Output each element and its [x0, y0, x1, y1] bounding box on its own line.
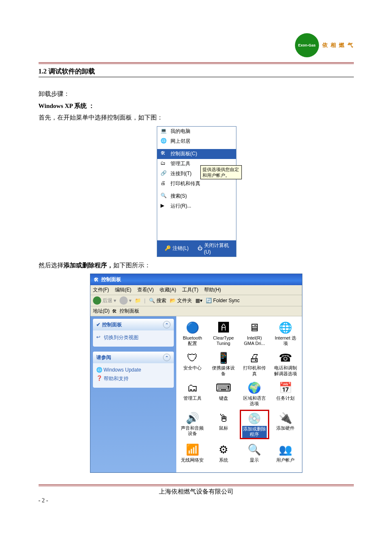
cp-icon-item[interactable]: 🌍区域和语言 选项	[240, 380, 269, 407]
search-button[interactable]: 🔍 搜索	[149, 297, 166, 304]
start-item-label: 运行(R)...	[170, 203, 192, 210]
start-item-run[interactable]: ▶ 运行(R)...	[157, 201, 236, 211]
help-icon: ❓	[96, 375, 102, 381]
app-icon: 👥	[278, 443, 293, 457]
cp-icon-item[interactable]: 🅰ClearType Tuning	[209, 320, 238, 347]
sidebar-link-switch-view[interactable]: ↩ 切换到分类视图	[96, 333, 170, 342]
cp-icon-item[interactable]: 📶无线网络安	[178, 442, 207, 464]
app-icon: 📶	[185, 443, 200, 457]
text-instruction-2-post: 如下图所示：	[113, 262, 151, 269]
cp-icon-item[interactable]: ⌨键盘	[209, 380, 238, 407]
start-item-control-panel[interactable]: 🛠 控制面板(C)	[157, 149, 236, 159]
cp-icon-item[interactable]: 🔌添加硬件	[271, 410, 300, 439]
app-icon-label: 打印机和传 真	[243, 365, 266, 376]
app-icon-label: 电话和调制 解调器选项	[274, 365, 297, 376]
app-icon-label: 用户帐户	[276, 457, 295, 463]
app-icon-label: 显示	[250, 457, 259, 463]
printer-icon: 🖨	[161, 180, 168, 188]
app-icon: 📅	[278, 381, 293, 396]
shutdown-icon: ⏻	[197, 245, 202, 251]
address-bar: 地址(D) 🛠 控制面板	[90, 306, 302, 316]
app-icon: 🔊	[185, 411, 200, 425]
foldersync-button[interactable]: 🔄 Folder Sync	[206, 298, 240, 303]
cp-icon-item[interactable]: 💿添加或删除 程序	[240, 410, 269, 439]
start-item-network[interactable]: 🌐 网上邻居	[157, 137, 236, 147]
cp-icon-item[interactable]: 📱便携媒体设 备	[209, 350, 238, 377]
cp-icon-item[interactable]: 🗂管理工具	[178, 380, 207, 407]
app-icon: 🗂	[185, 381, 200, 396]
back-icon	[93, 296, 101, 305]
sidebar-link-windows-update[interactable]: 🌐 Windows Update	[96, 366, 170, 374]
cp-icon-item[interactable]: 🔊声音和音频 设备	[178, 410, 207, 439]
menu-favorites[interactable]: 收藏(A)	[160, 286, 176, 293]
network-icon: 🌐	[161, 138, 168, 145]
cp-icon-item[interactable]: 🖥Intel(R) GMA Dri...	[240, 320, 269, 347]
menu-help[interactable]: 帮助(H)	[204, 286, 221, 293]
app-icon: 🖱	[216, 411, 231, 425]
window-title: 控制面板	[101, 276, 121, 283]
logo-circle-text: Exon-Gas	[298, 43, 316, 47]
cp-icon-item[interactable]: 📅任务计划	[271, 380, 300, 407]
app-icon: ☎	[278, 350, 293, 365]
app-icon: 🌐	[278, 320, 293, 335]
footer-rule	[39, 484, 354, 486]
text-instruction-1: 首先，在开始菜单中选择控制面板，如下图：	[39, 112, 354, 124]
app-icon-label: 鼠标	[219, 425, 228, 431]
menu-view[interactable]: 查看(V)	[137, 286, 154, 293]
sidebar-cp-icon: ✔	[96, 322, 100, 328]
cp-icon-item[interactable]: 🖱鼠标	[209, 410, 238, 439]
sidebar-panel-title: 控制面板	[102, 321, 122, 328]
app-icon-label: 区域和语言 选项	[243, 396, 266, 406]
cp-icon-item[interactable]: 🛡安全中心	[178, 350, 207, 377]
app-icon: ⌨	[216, 381, 231, 396]
collapse-icon[interactable]: ⌃	[163, 354, 170, 361]
start-item-my-computer[interactable]: 💻 我的电脑	[157, 127, 236, 137]
sidebar-link-help[interactable]: ❓ 帮助和支持	[96, 374, 170, 384]
windows-update-icon: 🌐	[96, 367, 102, 373]
start-item-search[interactable]: 🔍 搜索(S)	[157, 191, 236, 201]
toolbar: 后退 ▾ ▾ 📁 | 🔍 搜索 📂 文件夹 ▦▾ 🔄 Folder Sync	[90, 295, 302, 306]
forward-button[interactable]: ▾	[119, 296, 131, 305]
app-icon-label: ClearType Tuning	[213, 335, 234, 346]
menu-edit[interactable]: 编辑(E)	[115, 286, 131, 293]
start-item-label: 打印机和传真	[170, 180, 200, 187]
menu-file[interactable]: 文件(F)	[93, 286, 109, 293]
app-icon: 🔵	[185, 320, 200, 335]
app-icon: 🌍	[247, 381, 262, 396]
header-rule	[39, 62, 354, 64]
menu-tools[interactable]: 工具(T)	[182, 286, 198, 293]
views-button[interactable]: ▦▾	[195, 298, 202, 303]
logoff-button[interactable]: 🔑 注销(L)	[157, 240, 197, 257]
logoff-icon: 🔑	[165, 245, 171, 251]
cp-icon-item[interactable]: 👥用户帐户	[271, 442, 300, 464]
collapse-icon[interactable]: ⌃	[163, 321, 170, 328]
cp-icon-item[interactable]: 🔍显示	[240, 442, 269, 464]
cp-icon-item[interactable]: 🔵Bluetooth 配置	[178, 320, 207, 347]
text-instruction-2-bold: 添加或删除程序，	[63, 262, 113, 269]
back-button[interactable]: 后退 ▾	[93, 296, 116, 305]
app-icon: ⚙	[216, 443, 231, 457]
section-underline	[39, 77, 354, 77]
cp-icon-item[interactable]: ⚙系统	[209, 442, 238, 464]
app-icon-label: 无线网络安	[181, 457, 204, 463]
folders-button[interactable]: 📂 文件夹	[170, 297, 192, 304]
app-icon: 📱	[216, 350, 231, 365]
control-panel-icon-area: 🔵Bluetooth 配置🅰ClearType Tuning🖥Intel(R) …	[176, 316, 302, 472]
cp-icon-item[interactable]: 🌐Internet 选 项	[271, 320, 300, 347]
window-titlebar: 🛠 控制面板	[90, 274, 302, 285]
control-panel-window: 🛠 控制面板 文件(F) 编辑(E) 查看(V) 收藏(A) 工具(T) 帮助(…	[90, 274, 302, 473]
start-item-label: 网上邻居	[170, 138, 190, 145]
app-icon-label: 任务计划	[276, 396, 295, 401]
text-winxp-heading: Windows XP 系统 ：	[39, 100, 354, 112]
app-icon-label: 声音和音频 设备	[181, 425, 204, 436]
cp-icon-item[interactable]: ☎电话和调制 解调器选项	[271, 350, 300, 377]
menu-bar: 文件(F) 编辑(E) 查看(V) 收藏(A) 工具(T) 帮助(H)	[90, 285, 302, 295]
app-icon-label: 管理工具	[183, 396, 202, 401]
cp-icon-item[interactable]: 🖨打印机和传 真	[240, 350, 269, 377]
start-item-printers[interactable]: 🖨 打印机和传真	[157, 179, 236, 189]
up-button[interactable]: 📁	[135, 298, 141, 303]
logoff-label: 注销(L)	[173, 245, 189, 252]
shutdown-button[interactable]: ⏻ 关闭计算机(U)	[197, 240, 236, 257]
sidebar-panel-seealso: 请参阅 ⌃ 🌐 Windows Update ❓ 帮助和支持	[93, 352, 174, 388]
address-value[interactable]: 控制面板	[119, 308, 139, 315]
